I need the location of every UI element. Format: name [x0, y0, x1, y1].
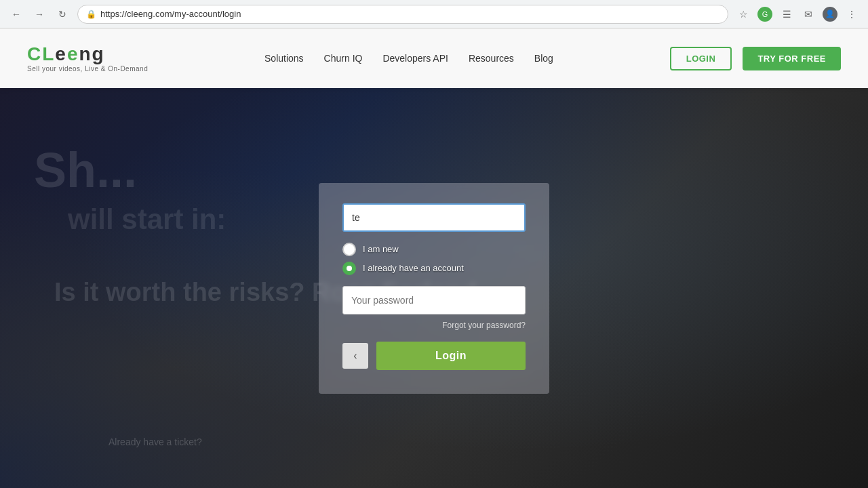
extensions-icon[interactable]: ☰: [777, 5, 796, 24]
radio-existing[interactable]: I already have an account: [342, 262, 526, 275]
nav-links: Solutions Churn IQ Developers API Resour…: [264, 53, 553, 64]
password-input[interactable]: [342, 286, 526, 314]
login-button[interactable]: LOGIN: [670, 47, 732, 70]
forward-button[interactable]: →: [30, 5, 49, 24]
back-button[interactable]: ←: [7, 5, 26, 24]
browser-chrome: ← → ↻ 🔒 https://cleeng.com/my-account/lo…: [0, 0, 868, 28]
radio-existing-circle: [342, 262, 356, 275]
mail-icon[interactable]: ✉: [799, 5, 818, 24]
radio-new-circle: [342, 243, 356, 256]
nav-devapi[interactable]: Developers API: [382, 53, 448, 64]
bookmark-icon[interactable]: ☆: [734, 5, 753, 24]
browser-actions: ☆ G ☰ ✉ 👤 ⋮: [734, 5, 861, 24]
logo-area: CLeeng Sell your videos, Live & On-Deman…: [27, 45, 148, 73]
login-modal: I am new I already have an account Forgo…: [319, 183, 549, 394]
form-actions: ‹ Login: [342, 342, 526, 370]
menu-icon[interactable]: ⋮: [842, 5, 861, 24]
try-free-button[interactable]: TRY FOR FREE: [743, 47, 841, 70]
back-arrow-icon: ‹: [353, 350, 357, 362]
navbar: CLeeng Sell your videos, Live & On-Deman…: [0, 28, 868, 88]
logo: CLeeng: [27, 45, 148, 64]
email-input[interactable]: [342, 203, 526, 232]
page: CLeeng Sell your videos, Live & On-Deman…: [0, 28, 868, 488]
profile-icon[interactable]: G: [755, 5, 774, 24]
logo-tagline: Sell your videos, Live & On-Demand: [27, 65, 148, 73]
forgot-password-link[interactable]: Forgot your password?: [442, 321, 526, 330]
address-bar[interactable]: 🔒 https://cleeng.com/my-account/login: [77, 5, 728, 24]
refresh-button[interactable]: ↻: [53, 5, 72, 24]
main-content: Sh... will start in: Is it worth the ris…: [0, 88, 868, 488]
user-avatar[interactable]: 👤: [821, 5, 840, 24]
modal-overlay: I am new I already have an account Forgo…: [0, 88, 868, 488]
nav-resources[interactable]: Resources: [469, 53, 514, 64]
radio-new-label: I am new: [363, 244, 399, 254]
nav-solutions[interactable]: Solutions: [264, 53, 304, 64]
back-button[interactable]: ‹: [342, 343, 368, 369]
forgot-password-area: Forgot your password?: [342, 319, 526, 331]
nav-churniq[interactable]: Churn IQ: [324, 53, 363, 64]
radio-existing-label: I already have an account: [363, 263, 464, 273]
browser-controls: ← → ↻: [7, 5, 72, 24]
url-text: https://cleeng.com/my-account/login: [100, 9, 719, 19]
login-submit-button[interactable]: Login: [376, 342, 526, 370]
nav-actions: LOGIN TRY FOR FREE: [670, 47, 841, 70]
nav-blog[interactable]: Blog: [534, 53, 553, 64]
radio-group: I am new I already have an account: [342, 243, 526, 275]
lock-icon: 🔒: [86, 9, 96, 19]
radio-new[interactable]: I am new: [342, 243, 526, 256]
